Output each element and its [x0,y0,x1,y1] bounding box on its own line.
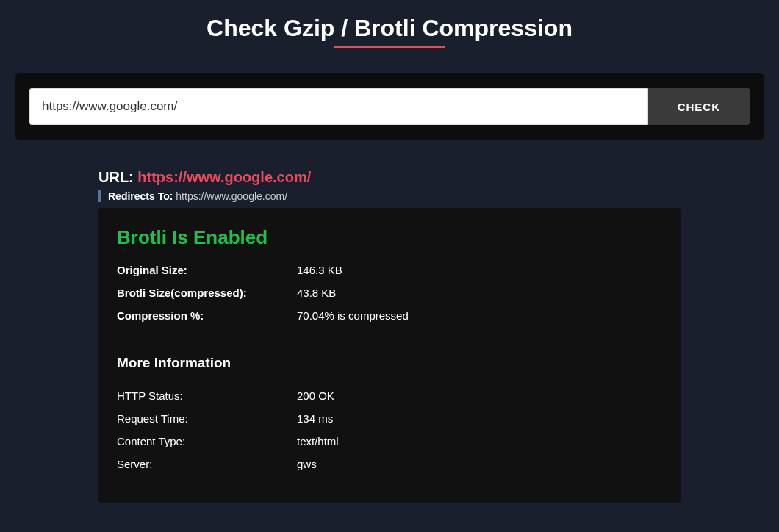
results-section: URL: https://www.google.com/ Redirects T… [98,169,681,503]
info-label: Content Type: [117,435,297,447]
info-row: Content Type: text/html [117,435,662,447]
data-label: Brotli Size(compressed): [117,287,297,299]
url-line: URL: https://www.google.com/ [98,169,681,186]
data-value: 146.3 KB [297,264,342,276]
status-heading: Brotli Is Enabled [117,226,662,249]
url-input[interactable] [29,88,648,125]
info-value: gws [297,458,317,470]
info-row: HTTP Status: 200 OK [117,389,662,402]
more-info-heading: More Information [117,355,662,371]
data-value: 43.8 KB [297,287,336,299]
info-label: HTTP Status: [117,389,297,402]
info-label: Request Time: [117,412,297,425]
page-title: Check Gzip / Brotli Compression [0,15,779,42]
redirects-label: Redirects To: [108,190,173,202]
info-value: 134 ms [297,412,333,425]
check-button[interactable]: CHECK [648,88,750,125]
info-label: Server: [117,458,297,470]
redirects-line: Redirects To: https://www.google.com/ [98,190,681,202]
data-label: Compression %: [117,309,297,322]
data-row: Compression %: 70.04% is compressed [117,309,662,322]
info-row: Request Time: 134 ms [117,412,662,425]
search-bar: CHECK [15,73,764,140]
title-underline [334,46,445,48]
data-label: Original Size: [117,264,297,276]
info-value: text/html [297,435,339,447]
url-value: https://www.google.com/ [137,169,311,185]
data-row: Original Size: 146.3 KB [117,264,662,276]
url-label: URL: [98,169,134,185]
redirects-value: https://www.google.com/ [176,190,287,202]
result-panel: Brotli Is Enabled Original Size: 146.3 K… [98,208,681,503]
info-value: 200 OK [297,389,334,402]
info-row: Server: gws [117,458,662,470]
data-value: 70.04% is compressed [297,309,409,322]
data-row: Brotli Size(compressed): 43.8 KB [117,287,662,299]
